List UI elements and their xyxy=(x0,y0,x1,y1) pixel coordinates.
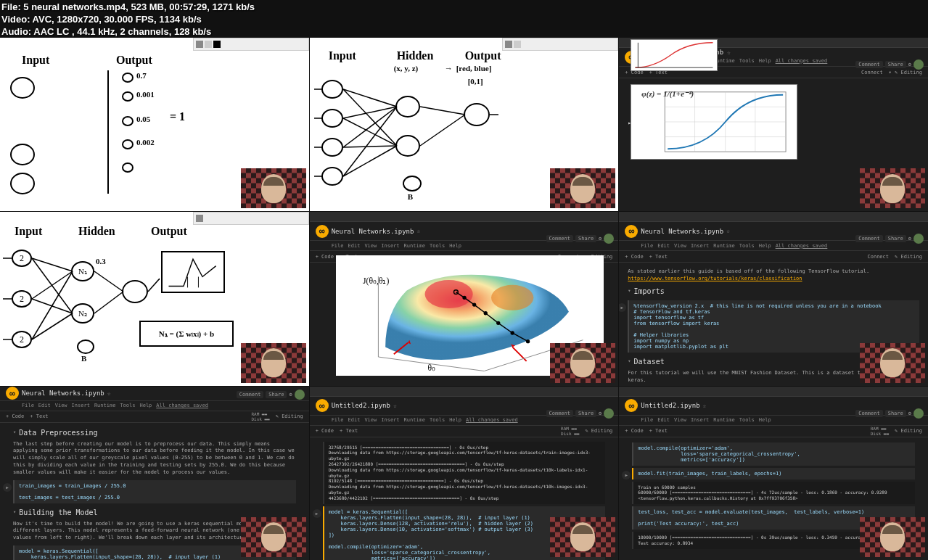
star-icon[interactable]: ☆ xyxy=(393,403,397,409)
editing-mode[interactable]: Editing xyxy=(900,70,922,75)
vector-text: [red, blue] xyxy=(456,64,492,73)
gear-icon[interactable]: ⚙ xyxy=(908,411,911,416)
add-code-button[interactable]: + Code xyxy=(625,254,643,260)
run-cell-button[interactable] xyxy=(622,471,631,479)
menu-help[interactable]: Help xyxy=(759,58,771,64)
code-cell-preprocess[interactable]: train_images = train_images / 255.0 test… xyxy=(13,480,296,503)
colab-logo-icon[interactable] xyxy=(316,399,329,412)
add-code-button[interactable]: + Code xyxy=(625,428,643,434)
add-code-button[interactable]: + Code xyxy=(6,413,24,419)
avatar[interactable] xyxy=(604,408,614,419)
pen-tool-icon[interactable] xyxy=(196,215,203,222)
comment-button[interactable]: Comment xyxy=(546,235,574,242)
run-cell-button[interactable] xyxy=(619,303,626,312)
header-actions: Comment Share ⚙ xyxy=(855,234,924,244)
share-button[interactable]: Share xyxy=(885,410,906,417)
star-icon[interactable]: ☆ xyxy=(703,403,707,409)
colab-logo-icon[interactable] xyxy=(6,387,19,400)
share-button[interactable]: Share xyxy=(885,235,906,242)
svg-line-7 xyxy=(343,107,397,176)
colab-logo-icon[interactable] xyxy=(316,225,329,238)
menu-file[interactable]: File xyxy=(332,243,344,249)
gear-icon[interactable]: ⚙ xyxy=(599,236,601,242)
val-1: 0.7 xyxy=(136,71,147,80)
browser-tabbar[interactable] xyxy=(310,212,619,222)
svg-line-4 xyxy=(343,89,397,107)
comment-button[interactable]: Comment xyxy=(855,410,883,417)
avatar[interactable] xyxy=(913,59,924,70)
run-cell-button[interactable] xyxy=(3,483,12,492)
share-button[interactable]: Share xyxy=(266,391,287,398)
avatar[interactable] xyxy=(295,390,305,400)
share-button[interactable]: Share xyxy=(575,235,596,242)
tutorial-link[interactable]: https://www.tensorflow.org/tutorials/ker… xyxy=(628,276,802,281)
connect-button[interactable]: Connect xyxy=(861,70,883,75)
star-icon[interactable]: ☆ xyxy=(107,390,111,397)
gear-icon[interactable]: ⚙ xyxy=(908,236,911,242)
pen-tool-icon[interactable] xyxy=(196,41,203,48)
notebook-title[interactable]: Neural Networks.ipynb xyxy=(332,228,414,235)
notebook-title[interactable]: Untitled2.ipynb xyxy=(641,402,699,409)
star-icon[interactable]: ☆ xyxy=(727,49,731,56)
menu-tools[interactable]: Tools xyxy=(739,58,755,64)
sigmoid-main-plot: φ(z) = 1/(1+e⁻ᶻ) xyxy=(631,84,797,160)
gear-icon[interactable]: ⚙ xyxy=(599,411,601,416)
colab-menubar[interactable]: FileEditViewInsertRuntimeToolsHelp All c… xyxy=(0,401,309,411)
svg-line-12 xyxy=(420,107,465,115)
presenter-face-icon xyxy=(880,174,905,203)
add-text-button[interactable]: + Text xyxy=(649,428,668,434)
browser-tabbar[interactable] xyxy=(619,387,928,397)
eraser-tool-icon[interactable] xyxy=(205,41,212,48)
colab-logo-icon[interactable] xyxy=(625,225,638,238)
browser-tabbar[interactable] xyxy=(310,387,619,397)
connect-button[interactable]: Connect xyxy=(868,254,890,260)
whiteboard-toolbar[interactable] xyxy=(193,38,309,51)
sigmoid-formula: φ(z) = 1/(1+e⁻ᶻ) xyxy=(641,89,694,99)
sum-eq: = 1 xyxy=(170,110,185,123)
avatar[interactable] xyxy=(913,234,924,244)
eraser-tool-icon[interactable] xyxy=(514,41,521,48)
star-icon[interactable]: ☆ xyxy=(416,228,420,234)
webcam-pip xyxy=(550,517,615,557)
add-code-button[interactable]: + Code xyxy=(316,254,334,260)
notebook-title[interactable]: Neural Networks.ipynb xyxy=(22,390,104,397)
presenter-face-icon xyxy=(570,522,595,551)
notebook-title[interactable]: Untitled2.ipynb xyxy=(332,402,390,409)
avatar[interactable] xyxy=(604,234,614,244)
colab-logo-icon[interactable] xyxy=(625,399,638,412)
activation-box xyxy=(161,251,225,293)
code-preprocess: train_images = train_images / 255.0 test… xyxy=(19,483,292,501)
notebook-title[interactable]: Neural Networks.ipynb xyxy=(641,228,723,235)
svg-line-13 xyxy=(420,115,465,146)
out-n xyxy=(122,280,148,303)
whiteboard-toolbar[interactable] xyxy=(502,38,618,51)
avatar[interactable] xyxy=(913,408,924,419)
add-text-button[interactable]: + Text xyxy=(649,254,668,260)
comment-button[interactable]: Comment xyxy=(855,235,883,242)
comment-button[interactable]: Comment xyxy=(546,410,574,417)
presenter-face-icon xyxy=(261,522,286,551)
out-n xyxy=(464,103,490,126)
svg-point-39 xyxy=(491,285,533,310)
comment-button[interactable]: Comment xyxy=(855,61,883,68)
code-cell-compile2[interactable]: model.compile(optimizer='adam', loss='sp… xyxy=(632,442,915,466)
whiteboard-toolbar[interactable] xyxy=(193,212,309,225)
share-button[interactable]: Share xyxy=(575,410,596,417)
pen-tool-icon[interactable] xyxy=(505,41,512,48)
add-text-button[interactable]: + Text xyxy=(30,413,48,419)
val-2: 0.001 xyxy=(136,90,155,99)
label-input: Input xyxy=(15,225,42,238)
browser-tabbar[interactable] xyxy=(619,212,928,222)
in-n2: 2 xyxy=(12,290,32,308)
color-black-icon[interactable] xyxy=(213,41,221,48)
add-text-button[interactable]: + Text xyxy=(340,428,358,434)
code-cell-fit[interactable]: model.fit(train_images, train_labels, ep… xyxy=(632,468,915,479)
comment-button[interactable]: Comment xyxy=(237,391,264,398)
webcam-pip xyxy=(241,343,306,383)
share-button[interactable]: Share xyxy=(885,61,906,68)
gear-icon[interactable]: ⚙ xyxy=(908,62,911,67)
star-icon[interactable]: ☆ xyxy=(726,228,730,234)
run-cell-button[interactable] xyxy=(313,509,321,518)
add-code-button[interactable]: + Code xyxy=(316,428,334,434)
gear-icon[interactable]: ⚙ xyxy=(289,392,292,398)
